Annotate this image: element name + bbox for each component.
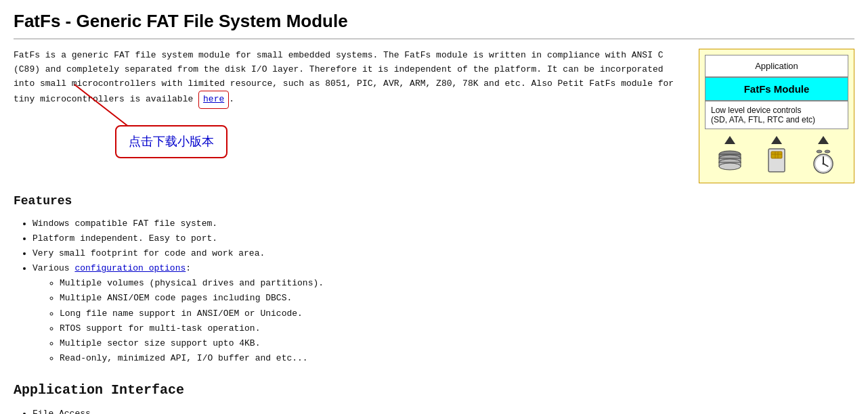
card-icon-group — [766, 136, 787, 175]
main-content: FatFs is a generic FAT file system modul… — [14, 49, 685, 414]
svg-rect-10 — [771, 152, 782, 158]
svg-point-15 — [825, 150, 830, 153]
diagram-lowlevel-layer: Low level device controls(SD, ATA, FTL, … — [705, 101, 848, 129]
title-divider — [14, 39, 854, 39]
app-interface-section: Application Interface File Access f_open… — [14, 380, 685, 414]
list-item: Long file name support in ANSI/OEM or Un… — [60, 306, 685, 321]
list-item: Multiple ANSI/OEM code pages including D… — [60, 291, 685, 306]
features-heading: Features — [14, 191, 685, 211]
list-item: Read-only, minimized API, I/O buffer and… — [60, 351, 685, 366]
config-options-list: Multiple volumes (physical drives and pa… — [60, 276, 685, 366]
list-item: RTOS support for multi-task operation. — [60, 321, 685, 336]
disk-svg — [716, 147, 743, 173]
diagram-application-layer: Application — [705, 55, 848, 77]
download-annotation-area: 点击下载小版本 — [14, 118, 685, 179]
list-item: Very small footprint for code and work a… — [32, 246, 685, 261]
clock-up-arrow — [818, 136, 829, 144]
diagram-box: Application FatFs Module Low level devic… — [699, 49, 854, 183]
diagram-icons-row — [705, 129, 848, 177]
here-link-box: here — [198, 91, 229, 109]
list-item: Multiple volumes (physical drives and pa… — [60, 276, 685, 291]
download-button[interactable]: 点击下载小版本 — [115, 125, 227, 158]
disk-up-arrow — [724, 136, 735, 144]
diagram-panel: Application FatFs Module Low level devic… — [699, 49, 854, 414]
app-interface-heading: Application Interface — [14, 380, 685, 401]
list-item: Windows compatible FAT file system. — [32, 216, 685, 231]
features-list: Windows compatible FAT file system. Plat… — [32, 216, 685, 366]
list-item: File Access f_open - Open/Create a file … — [32, 407, 685, 414]
list-item: Various configuration options: Multiple … — [32, 261, 685, 366]
diagram-fatfs-layer: FatFs Module — [705, 77, 848, 101]
clock-icon-group — [810, 136, 837, 175]
card-up-arrow — [771, 136, 782, 144]
clock-svg — [810, 147, 837, 175]
list-item: Platform independent. Easy to port. — [32, 231, 685, 246]
here-link[interactable]: here — [203, 94, 224, 104]
disk-icon-group — [716, 136, 743, 175]
config-options-link[interactable]: configuration options — [74, 263, 186, 273]
page-title: FatFs - Generic FAT File System Module — [14, 11, 854, 32]
svg-point-20 — [823, 163, 825, 165]
card-svg — [766, 147, 787, 173]
features-section: Features Windows compatible FAT file sys… — [14, 191, 685, 366]
svg-point-8 — [719, 163, 741, 170]
list-item: Multiple sector size support upto 4KB. — [60, 336, 685, 351]
svg-point-14 — [817, 150, 822, 153]
app-interface-list: File Access f_open - Open/Create a file … — [32, 407, 685, 414]
